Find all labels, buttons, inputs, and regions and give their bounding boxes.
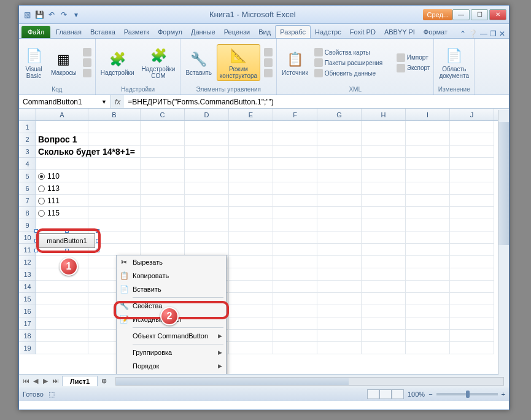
- export-button[interactable]: Экспорт: [395, 63, 432, 73]
- cell[interactable]: [317, 281, 362, 293]
- cell[interactable]: [273, 231, 317, 244]
- cell[interactable]: [36, 342, 88, 354]
- visual-basic-button[interactable]: 📄 Visual Basic: [21, 45, 46, 80]
- insert-control-button[interactable]: 🔧 Вставить: [183, 49, 214, 77]
- cell[interactable]: [362, 268, 406, 281]
- cell[interactable]: [88, 133, 141, 146]
- relative-refs-button[interactable]: [82, 58, 93, 68]
- cell[interactable]: [362, 158, 406, 170]
- cell[interactable]: [362, 330, 406, 342]
- cell[interactable]: [36, 330, 88, 342]
- tab-view[interactable]: Вид: [254, 26, 275, 38]
- cell[interactable]: [141, 231, 185, 244]
- cell[interactable]: [273, 207, 317, 219]
- cell[interactable]: [317, 170, 362, 182]
- cell[interactable]: [450, 317, 494, 330]
- cell[interactable]: [185, 219, 229, 231]
- row-header[interactable]: 11: [19, 244, 36, 256]
- cell[interactable]: [406, 305, 450, 317]
- sreda-button[interactable]: Сред...: [423, 9, 452, 20]
- cell[interactable]: [229, 330, 273, 342]
- col-header[interactable]: F: [273, 109, 317, 120]
- addins-button[interactable]: 🧩 Надстройки: [98, 49, 137, 77]
- col-header[interactable]: I: [406, 109, 450, 120]
- row-header[interactable]: 17: [19, 317, 36, 330]
- cell[interactable]: [88, 158, 141, 170]
- tab-formulas[interactable]: Формул: [153, 26, 187, 38]
- cell[interactable]: [88, 195, 141, 207]
- cell[interactable]: [362, 182, 406, 195]
- cell[interactable]: [141, 219, 185, 231]
- context-paste[interactable]: 📄Вставить: [117, 282, 226, 296]
- cell[interactable]: [406, 342, 450, 354]
- cell[interactable]: [273, 317, 317, 330]
- cell[interactable]: [273, 182, 317, 195]
- file-tab[interactable]: Файл: [21, 26, 50, 38]
- cell[interactable]: [317, 268, 362, 281]
- cell[interactable]: [229, 281, 273, 293]
- cell[interactable]: [450, 268, 494, 281]
- cell[interactable]: [229, 146, 273, 158]
- select-all-corner[interactable]: [19, 109, 36, 120]
- cell[interactable]: [406, 170, 450, 182]
- cell[interactable]: [273, 244, 317, 256]
- cell[interactable]: [317, 207, 362, 219]
- tab-review[interactable]: Рецензи: [220, 26, 255, 38]
- cell[interactable]: [229, 305, 273, 317]
- close-button[interactable]: ✕: [489, 9, 506, 20]
- row-header[interactable]: 13: [19, 268, 36, 281]
- col-header[interactable]: C: [141, 109, 185, 120]
- cell[interactable]: [88, 170, 141, 182]
- zoom-level[interactable]: 100%: [408, 391, 425, 398]
- cell[interactable]: [406, 219, 450, 231]
- new-sheet-icon[interactable]: ⊕: [98, 377, 110, 385]
- cell[interactable]: [406, 268, 450, 281]
- cell[interactable]: [229, 182, 273, 195]
- cell[interactable]: 111: [36, 195, 88, 207]
- worksheet[interactable]: A B C D E F G H I J 12345678910111213141…: [19, 109, 509, 374]
- cell[interactable]: [450, 219, 494, 231]
- sheet-tab[interactable]: Лист1: [62, 376, 98, 386]
- cell[interactable]: [406, 317, 450, 330]
- cell[interactable]: [36, 317, 88, 330]
- cell[interactable]: [36, 293, 88, 305]
- qat-dropdown-icon[interactable]: ▾: [71, 9, 82, 20]
- cell[interactable]: [229, 170, 273, 182]
- cell[interactable]: [229, 268, 273, 281]
- cell[interactable]: [273, 121, 317, 133]
- cell[interactable]: [36, 121, 88, 133]
- cell[interactable]: [450, 281, 494, 293]
- row-header[interactable]: 14: [19, 281, 36, 293]
- context-object[interactable]: Объект CommandButton▶: [117, 329, 226, 343]
- cell[interactable]: [362, 281, 406, 293]
- horizontal-scrollbar[interactable]: [115, 377, 504, 386]
- document-area-button[interactable]: 📄 Область документа: [436, 45, 471, 80]
- source-button[interactable]: 📋 Источник: [279, 49, 311, 77]
- cell[interactable]: [141, 158, 185, 170]
- cell[interactable]: [185, 195, 229, 207]
- row-header[interactable]: 12: [19, 256, 36, 268]
- redo-icon[interactable]: ↷: [58, 9, 69, 20]
- cell[interactable]: [406, 244, 450, 256]
- cell[interactable]: [273, 330, 317, 342]
- cell[interactable]: [273, 133, 317, 146]
- cell[interactable]: [229, 207, 273, 219]
- row-header[interactable]: 18: [19, 330, 36, 342]
- cell[interactable]: [88, 146, 141, 158]
- tab-layout[interactable]: Разметк: [120, 26, 153, 38]
- radio-icon[interactable]: [38, 210, 45, 217]
- cell[interactable]: [88, 182, 141, 195]
- cell[interactable]: [362, 146, 406, 158]
- row-header[interactable]: 7: [19, 195, 36, 207]
- cell[interactable]: [273, 158, 317, 170]
- macro-security-button[interactable]: [82, 68, 93, 78]
- cell[interactable]: [362, 305, 406, 317]
- cell[interactable]: [406, 146, 450, 158]
- cell[interactable]: [88, 219, 141, 231]
- cell[interactable]: [229, 158, 273, 170]
- cell[interactable]: Вопрос 1: [36, 133, 88, 146]
- cell[interactable]: 113: [36, 182, 88, 195]
- cell[interactable]: [406, 281, 450, 293]
- cell[interactable]: [229, 231, 273, 244]
- cell[interactable]: [362, 317, 406, 330]
